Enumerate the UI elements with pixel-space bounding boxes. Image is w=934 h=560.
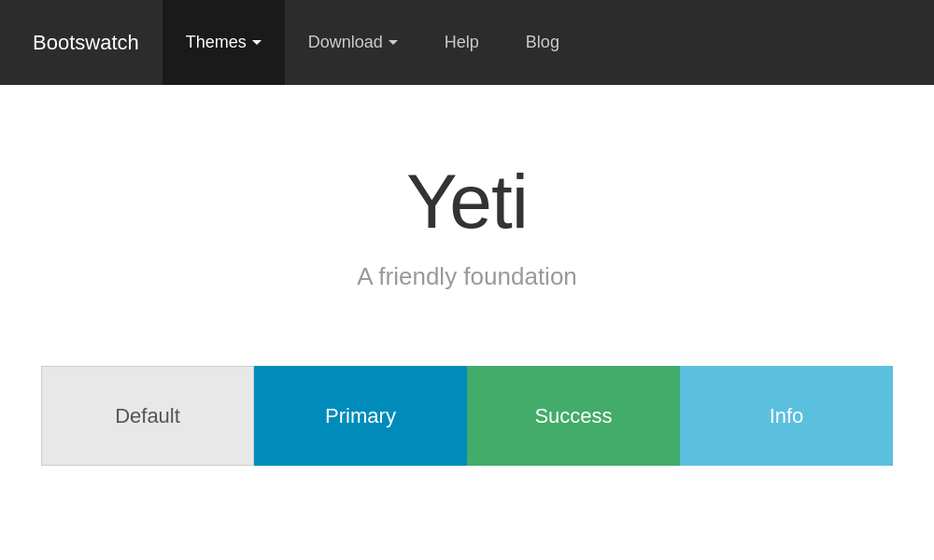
btn-default-label: Default <box>115 404 180 428</box>
btn-success[interactable]: Success <box>467 366 680 466</box>
nav-label-download: Download <box>308 33 383 52</box>
nav-link-blog[interactable]: Blog <box>502 0 583 85</box>
btn-primary[interactable]: Primary <box>254 366 467 466</box>
nav-label-themes: Themes <box>186 33 247 52</box>
buttons-section: Default Primary Success Info <box>0 338 934 466</box>
navbar-brand[interactable]: Bootswatch <box>19 31 153 55</box>
btn-info-label: Info <box>770 404 804 428</box>
hero-section: Yeti A friendly foundation <box>0 85 934 338</box>
btn-primary-label: Primary <box>325 404 396 428</box>
nav-link-help[interactable]: Help <box>421 0 502 85</box>
btn-success-label: Success <box>534 404 612 428</box>
nav-label-blog: Blog <box>526 33 559 52</box>
themes-caret-icon <box>252 40 262 45</box>
nav-link-download[interactable]: Download <box>285 0 421 85</box>
hero-title: Yeti <box>19 160 915 244</box>
btn-default[interactable]: Default <box>41 366 254 466</box>
nav-item-blog: Blog <box>502 0 583 85</box>
nav-link-themes[interactable]: Themes <box>163 0 285 85</box>
nav-item-download: Download <box>285 0 421 85</box>
nav-item-help: Help <box>421 0 502 85</box>
navbar-nav: Themes Download Help Blog <box>163 0 583 85</box>
navbar: Bootswatch Themes Download Help Blog <box>0 0 934 85</box>
btn-info[interactable]: Info <box>680 366 893 466</box>
hero-subtitle: A friendly foundation <box>19 262 915 291</box>
download-caret-icon <box>389 40 398 45</box>
nav-item-themes: Themes <box>163 0 285 85</box>
nav-label-help: Help <box>445 33 479 52</box>
